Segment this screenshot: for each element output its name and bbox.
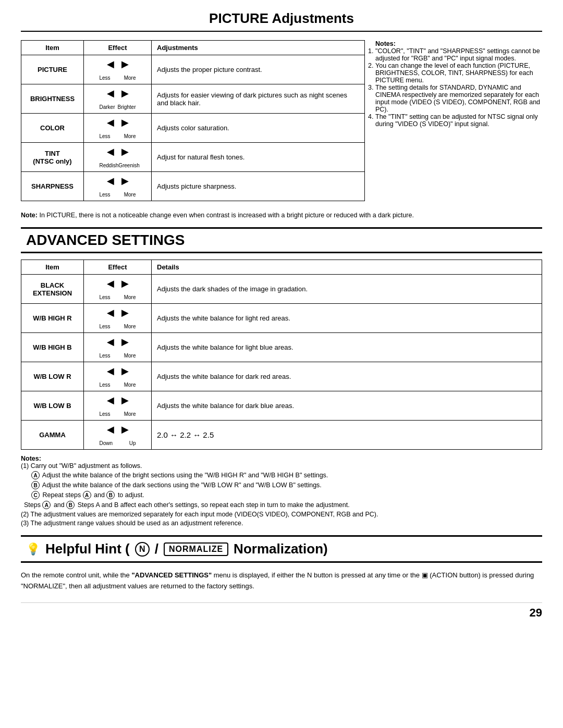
arrow-right-icon: ▶: [121, 58, 129, 70]
adv-note-b: B Adjust the white balance of the dark s…: [21, 481, 542, 489]
label-left: Less: [100, 133, 111, 139]
adv-desc-1: Adjusts the white balance for light red …: [152, 304, 542, 333]
adv-effect-3: ◀ ▶ Less More: [84, 362, 152, 391]
adv-row-2: W/B HIGH B ◀ ▶ Less More Adjusts the whi…: [21, 333, 542, 362]
circle-a: A: [31, 471, 40, 479]
arrow-left-icon: ◀: [107, 394, 114, 406]
adv-effect-2: ◀ ▶ Less More: [84, 333, 152, 362]
adv-row-3: W/B LOW R ◀ ▶ Less More Adjusts the whit…: [21, 362, 542, 391]
label-right: More: [124, 192, 136, 198]
picture-effect-0: ◀ ▶ Less More: [84, 55, 152, 84]
adv-label-right: More: [124, 382, 136, 388]
picture-table-header-item: Item: [21, 41, 84, 55]
picture-table-wrapper: Item Effect Adjustments PICTURE ◀ ▶ Less…: [21, 40, 365, 206]
adv-label-right: More: [124, 324, 136, 329]
helpful-hint-header: 💡 Helpful Hint ( N / NORMALIZE Normaliza…: [21, 535, 542, 563]
arrow-right-icon: ▶: [121, 424, 129, 435]
arrow-left-icon: ◀: [107, 146, 114, 157]
label-left: Less: [100, 75, 111, 81]
picture-note-item-2: The setting details for STANDARD, DYNAMI…: [375, 84, 542, 113]
arrow-right-icon: ▶: [121, 307, 129, 318]
adv-label-left: Less: [100, 324, 111, 329]
adv-note-3: (3) The adjustment range values should b…: [21, 520, 542, 527]
arrow-left-icon: ◀: [107, 424, 114, 435]
adv-note-2: (2) The adjustment values are memorized …: [21, 511, 542, 518]
picture-desc-4: Adjusts picture sharpness.: [152, 172, 365, 201]
adv-effect-0: ◀ ▶ Less More: [84, 275, 152, 304]
adv-item-0: BLACKEXTENSION: [21, 275, 84, 304]
adv-label-left: Less: [100, 411, 111, 417]
arrow-right-icon: ▶: [121, 365, 129, 377]
adv-item-2: W/B HIGH B: [21, 333, 84, 362]
picture-row-1: BRIGHTNESS ◀ ▶ Darker Brighter Adjusts f…: [21, 84, 365, 114]
picture-item-0: PICTURE: [21, 55, 84, 84]
picture-desc-1: Adjusts for easier viewing of dark pictu…: [152, 84, 365, 114]
hint-paragraph: On the remote control unit, while the "A…: [21, 570, 542, 592]
picture-note-below: Note: In PICTURE, there is not a noticea…: [21, 212, 542, 219]
adv-label-right: More: [124, 294, 136, 300]
arrow-right-icon: ▶: [121, 336, 129, 348]
adv-desc-0: Adjusts the dark shades of the image in …: [152, 275, 542, 304]
adv-row-0: BLACKEXTENSION ◀ ▶ Less More Adjusts the…: [21, 275, 542, 304]
picture-note-item-3: The "TINT" setting can be adjusted for N…: [375, 113, 542, 128]
hint-n-letter: N: [135, 542, 150, 557]
picture-item-4: SHARPNESS: [21, 172, 84, 201]
circle-b2: B: [106, 491, 115, 499]
adv-item-4: W/B LOW B: [21, 391, 84, 421]
gamma-display: 2.0 ↔ 2.2 ↔ 2.5: [157, 430, 536, 439]
picture-effect-2: ◀ ▶ Less More: [84, 114, 152, 143]
circle-a2: A: [83, 491, 91, 499]
adv-item-3: W/B LOW R: [21, 362, 84, 391]
adv-desc-4: Adjusts the white balance for dark blue …: [152, 391, 542, 421]
picture-effect-1: ◀ ▶ Darker Brighter: [84, 84, 152, 114]
arrow-left-icon: ◀: [107, 58, 114, 70]
arrow-right-icon: ▶: [121, 175, 129, 187]
lightbulb-icon: 💡: [26, 542, 40, 556]
adv-label-right: More: [124, 411, 136, 417]
adv-desc-2: Adjusts the white balance for light blue…: [152, 333, 542, 362]
picture-desc-0: Adjusts the proper picture contrast.: [152, 55, 365, 84]
adv-note-1: (1) Carry out "W/B" adjustment as follow…: [21, 462, 542, 470]
circle-a3: A: [42, 501, 51, 509]
adv-item-1: W/B HIGH R: [21, 304, 84, 333]
page-number: 29: [21, 602, 542, 620]
picture-notes-title: Notes:: [375, 40, 542, 47]
helpful-hint-body: On the remote control unit, while the "A…: [21, 570, 542, 592]
picture-row-3: TINT(NTSC only) ◀ ▶ Reddish Greenish Adj…: [21, 143, 365, 172]
adv-row-4: W/B LOW B ◀ ▶ Less More Adjusts the whit…: [21, 391, 542, 421]
arrow-left-icon: ◀: [107, 88, 114, 99]
picture-item-3: TINT(NTSC only): [21, 143, 84, 172]
adv-note-c: C Repeat steps A and B to adjust.: [21, 491, 542, 499]
adv-header-item: Item: [21, 260, 84, 275]
normalize-box: NORMALIZE: [164, 542, 228, 556]
circle-c: C: [31, 491, 40, 499]
picture-notes: Notes: "COLOR", "TINT" and "SHARPNESS" s…: [375, 40, 542, 206]
picture-section: Item Effect Adjustments PICTURE ◀ ▶ Less…: [21, 40, 542, 206]
hint-title-suffix: Normalization): [234, 541, 328, 557]
adv-header-details: Details: [152, 260, 542, 275]
picture-note-item-0: "COLOR", "TINT" and "SHARPNESS" settings…: [375, 47, 542, 62]
picture-effect-4: ◀ ▶ Less More: [84, 172, 152, 201]
adv-label-left: Less: [100, 382, 111, 388]
adv-notes-title: Notes:: [21, 455, 542, 462]
adv-desc-5: 2.0 ↔ 2.2 ↔ 2.5: [152, 421, 542, 450]
arrow-left-icon: ◀: [107, 365, 114, 377]
page-title: PICTURE Adjustments: [21, 10, 542, 32]
adv-desc-3: Adjusts the white balance for dark red a…: [152, 362, 542, 391]
adv-label-right: More: [124, 353, 136, 359]
adv-effect-1: ◀ ▶ Less More: [84, 304, 152, 333]
picture-table-header-adj: Adjustments: [152, 41, 365, 55]
label-right: Brighter: [117, 104, 136, 110]
adv-label-right: Up: [129, 440, 136, 446]
label-left: Reddish: [100, 163, 119, 168]
arrow-right-icon: ▶: [121, 394, 129, 406]
picture-table-header-effect: Effect: [84, 41, 152, 55]
picture-note-item-1: You can change the level of each functio…: [375, 62, 542, 84]
hint-slash: /: [155, 541, 158, 557]
picture-row-2: COLOR ◀ ▶ Less More Adjusts color satura…: [21, 114, 365, 143]
circle-b: B: [31, 481, 40, 489]
advanced-table: Item Effect Details BLACKEXTENSION ◀ ▶ L…: [21, 260, 542, 450]
label-left: Darker: [100, 104, 115, 110]
picture-table: Item Effect Adjustments PICTURE ◀ ▶ Less…: [21, 40, 365, 201]
arrow-left-icon: ◀: [107, 117, 114, 128]
